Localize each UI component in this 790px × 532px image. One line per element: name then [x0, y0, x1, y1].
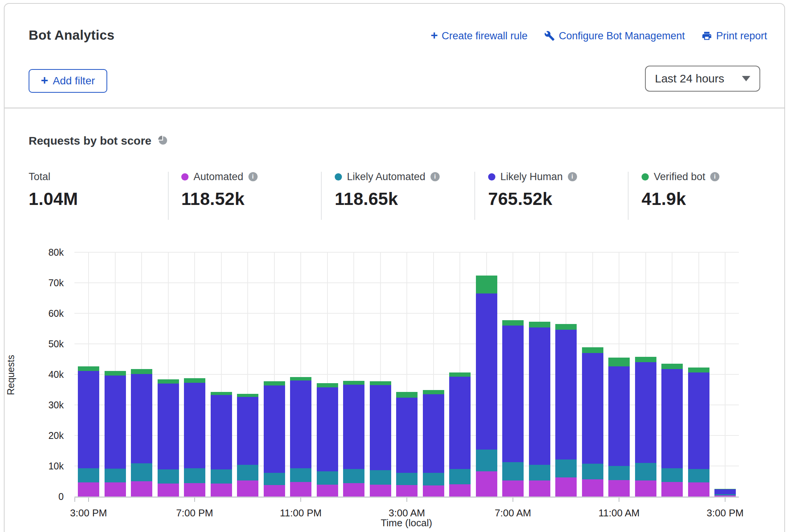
bar-segment-verified-bot — [264, 381, 285, 385]
chart-bar[interactable] — [290, 246, 311, 497]
bar-segment-automated — [131, 481, 152, 497]
chart-bar[interactable] — [237, 246, 258, 497]
chart-bar[interactable] — [264, 246, 285, 497]
stats-row: Total 1.04M Automatedi118.52kLikely Auto… — [0, 171, 790, 221]
chart-bar[interactable] — [449, 246, 471, 497]
bar-segment-automated — [529, 480, 550, 497]
bar-segment-likely-automated — [237, 465, 258, 480]
bar-segment-likely-human — [608, 366, 630, 466]
bar-segment-likely-human — [184, 383, 205, 468]
x-axis-start-tick — [74, 498, 75, 502]
bar-segment-automated — [608, 480, 630, 497]
y-axis-title: Requests — [5, 333, 16, 417]
add-filter-button[interactable]: + Add filter — [29, 69, 107, 93]
bar-segment-verified-bot — [635, 357, 656, 362]
bar-segment-automated — [476, 471, 497, 497]
y-tick-label: 20k — [33, 430, 64, 441]
chart-bar[interactable] — [211, 246, 232, 497]
bar-segment-verified-bot — [78, 366, 99, 371]
create-firewall-rule-link[interactable]: + Create firewall rule — [430, 30, 527, 42]
chart-bar[interactable] — [714, 246, 736, 497]
bar-segment-likely-automated — [158, 469, 179, 484]
bar-segment-likely-human — [582, 353, 603, 464]
chart-bar[interactable] — [661, 246, 683, 497]
info-icon[interactable]: i — [430, 172, 440, 181]
chart-bar[interactable] — [529, 246, 550, 497]
chart-bar[interactable] — [158, 246, 179, 497]
bar-segment-likely-automated — [555, 459, 577, 477]
bar-segment-likely-human — [131, 374, 152, 463]
bar-segment-automated — [661, 482, 683, 497]
bar-segment-automated — [582, 479, 603, 497]
chart-bar[interactable] — [502, 246, 524, 497]
bar-segment-automated — [158, 484, 179, 497]
chart-bar[interactable] — [635, 246, 656, 497]
bar-segment-automated — [396, 485, 418, 497]
bar-segment-likely-human — [264, 385, 285, 473]
bar-segment-likely-human — [529, 327, 550, 465]
bar-segment-automated — [370, 485, 391, 497]
add-filter-label: Add filter — [53, 75, 95, 87]
chart-bar[interactable] — [423, 246, 444, 497]
chart-bar[interactable] — [396, 246, 418, 497]
x-tick-label: 3:00 AM — [376, 507, 437, 519]
chart-bar[interactable] — [582, 246, 603, 497]
chart-bar[interactable] — [555, 246, 577, 497]
configure-bot-management-link[interactable]: Configure Bot Management — [544, 30, 685, 42]
bar-segment-likely-human — [343, 385, 364, 469]
stat-divider — [321, 172, 322, 220]
bar-segment-automated — [555, 477, 577, 497]
bar-segment-likely-automated — [211, 469, 232, 484]
info-icon[interactable]: i — [248, 172, 258, 181]
chart-bar[interactable] — [317, 246, 338, 497]
bar-segment-automated — [184, 483, 205, 497]
chart-bar[interactable] — [688, 246, 709, 497]
bar-segment-likely-human — [555, 330, 577, 459]
bar-segment-likely-human — [237, 397, 258, 465]
chart-bar[interactable] — [370, 246, 391, 497]
bar-segment-automated — [688, 482, 709, 497]
info-icon[interactable]: i — [568, 172, 577, 181]
bar-segment-likely-automated — [396, 473, 418, 485]
bar-segment-likely-human — [688, 372, 709, 469]
page-title: Bot Analytics — [29, 27, 114, 43]
legend-dot-verified-bot — [642, 173, 649, 181]
chart-bar[interactable] — [343, 246, 364, 497]
bar-segment-verified-bot — [158, 379, 179, 384]
bar-segment-likely-automated — [608, 466, 630, 480]
y-tick-label: 0 — [33, 491, 64, 502]
bar-segment-automated — [423, 485, 444, 497]
bar-segment-likely-automated — [343, 469, 364, 483]
x-tick-label: 7:00 AM — [482, 507, 543, 519]
stat-total-label: Total — [29, 171, 50, 183]
x-tick-mark — [194, 498, 195, 502]
stat-divider — [628, 172, 629, 220]
stat-automated: Automatedi118.52k — [181, 171, 258, 209]
bar-segment-automated — [290, 482, 311, 497]
chart-bar[interactable] — [105, 246, 126, 497]
requests-by-bot-score-chart: Requests Time (local) 010k20k30k40k50k60… — [0, 246, 790, 532]
bar-segment-verified-bot — [370, 381, 391, 385]
bar-segment-verified-bot — [290, 377, 311, 380]
y-tick-label: 80k — [33, 247, 64, 258]
bar-segment-automated — [317, 485, 338, 497]
bar-segment-likely-automated — [184, 468, 205, 483]
x-tick-label: 11:00 AM — [588, 507, 650, 519]
info-icon[interactable]: i — [710, 172, 719, 181]
chart-bar[interactable] — [78, 246, 99, 497]
bar-segment-likely-automated — [78, 468, 99, 482]
bar-segment-likely-automated — [582, 464, 603, 479]
bar-segment-automated — [105, 482, 126, 497]
bar-segment-verified-bot — [423, 390, 444, 394]
plus-icon: + — [41, 74, 48, 87]
chart-bar[interactable] — [608, 246, 630, 497]
stat-verified-bot: Verified boti41.9k — [642, 171, 719, 209]
print-report-link[interactable]: Print report — [701, 30, 767, 42]
bar-segment-likely-automated — [529, 465, 550, 481]
chart-bar[interactable] — [131, 246, 152, 497]
stat-divider — [168, 172, 169, 220]
chart-bar[interactable] — [184, 246, 205, 497]
chart-bar[interactable] — [476, 246, 497, 497]
time-range-select[interactable]: Last 24 hours — [645, 66, 760, 92]
stat-value-automated: 118.52k — [181, 189, 258, 209]
